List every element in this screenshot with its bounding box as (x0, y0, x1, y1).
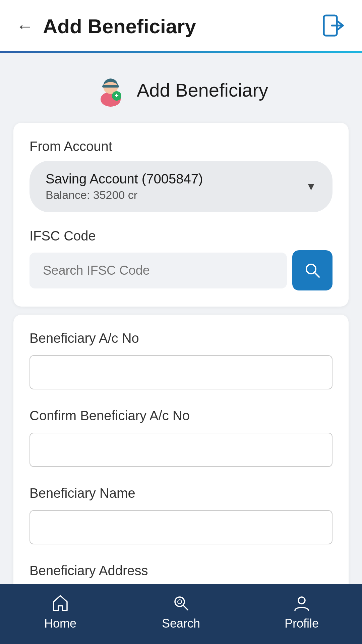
nav-item-home[interactable]: Home (27, 594, 94, 631)
account-name: Saving Account (7005847) (46, 171, 203, 186)
ifsc-section: IFSC Code (29, 228, 333, 290)
from-account-label: From Account (29, 139, 333, 154)
confirm-ac-input[interactable] (29, 433, 333, 467)
search-nav-label: Search (162, 616, 200, 631)
account-dropdown[interactable]: Saving Account (7005847) Balance: 35200 … (29, 161, 333, 212)
svg-rect-4 (102, 85, 119, 88)
account-balance: Balance: 35200 cr (46, 189, 203, 202)
svg-line-11 (183, 605, 188, 610)
add-beneficiary-avatar: + (94, 73, 127, 107)
beneficiary-address-label: Beneficiary Address (29, 563, 333, 578)
ifsc-input-row (29, 250, 333, 290)
account-info: Saving Account (7005847) Balance: 35200 … (46, 171, 203, 202)
bottom-nav: Home Search Profile (0, 584, 362, 644)
subtitle-text: Add Beneficiary (137, 79, 268, 101)
nav-item-search[interactable]: Search (147, 594, 215, 631)
page-title: Add Beneficiary (43, 15, 196, 38)
ifsc-input[interactable] (29, 253, 287, 288)
app-header: ← Add Beneficiary (0, 0, 362, 53)
search-nav-icon (172, 594, 190, 612)
home-nav-label: Home (44, 616, 76, 631)
account-card: From Account Saving Account (7005847) Ba… (13, 123, 349, 307)
ifsc-search-button[interactable] (292, 250, 333, 290)
search-icon (303, 261, 322, 280)
nav-item-profile[interactable]: Profile (268, 594, 335, 631)
svg-line-8 (314, 272, 319, 277)
svg-point-12 (298, 597, 305, 604)
beneficiary-ac-input[interactable] (29, 355, 333, 389)
ifsc-label: IFSC Code (29, 228, 333, 244)
beneficiary-name-label: Beneficiary Name (29, 486, 333, 501)
confirm-ac-label: Confirm Beneficiary A/c No (29, 408, 333, 423)
header-left: ← Add Beneficiary (16, 15, 196, 38)
page-subtitle-area: + Add Beneficiary (13, 73, 349, 107)
beneficiary-ac-label: Beneficiary A/c No (29, 331, 333, 346)
confirm-ac-field: Confirm Beneficiary A/c No (29, 408, 333, 467)
logout-button[interactable] (322, 13, 346, 39)
beneficiary-name-input[interactable] (29, 510, 333, 544)
profile-icon (292, 594, 311, 612)
profile-nav-label: Profile (285, 616, 319, 631)
home-icon (51, 594, 70, 612)
beneficiary-name-field: Beneficiary Name (29, 486, 333, 544)
svg-text:+: + (115, 92, 119, 99)
beneficiary-ac-field: Beneficiary A/c No (29, 331, 333, 389)
dropdown-arrow-icon: ▼ (306, 180, 316, 193)
svg-point-10 (178, 600, 182, 604)
back-button[interactable]: ← (16, 17, 34, 35)
